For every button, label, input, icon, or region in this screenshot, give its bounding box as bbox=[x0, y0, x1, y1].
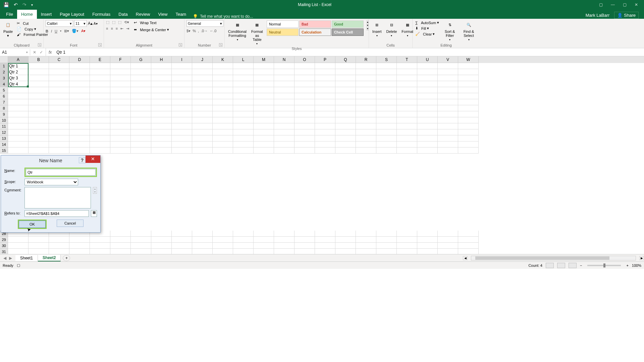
cell[interactable] bbox=[8, 93, 29, 99]
merge-center-button[interactable]: ⬌ Merge & Center ▾ bbox=[133, 27, 170, 32]
cell[interactable] bbox=[90, 135, 110, 141]
cell[interactable] bbox=[110, 117, 131, 123]
cell[interactable] bbox=[8, 99, 29, 105]
ok-button[interactable]: OK bbox=[19, 221, 46, 228]
cell[interactable] bbox=[376, 93, 397, 99]
cell[interactable] bbox=[29, 87, 49, 93]
cell[interactable] bbox=[397, 111, 417, 117]
cell[interactable] bbox=[458, 243, 479, 249]
paste-button[interactable]: 📋 Paste ▾ bbox=[2, 20, 14, 38]
cell[interactable] bbox=[131, 129, 151, 135]
cell[interactable] bbox=[49, 123, 69, 129]
qat-customize-icon[interactable]: ▾ bbox=[31, 3, 33, 7]
cell[interactable] bbox=[335, 63, 356, 69]
cell[interactable] bbox=[172, 231, 192, 237]
cell[interactable]: Qtr 4 bbox=[8, 81, 29, 87]
cell[interactable] bbox=[417, 249, 438, 254]
cell[interactable] bbox=[335, 117, 356, 123]
cell[interactable] bbox=[8, 123, 29, 129]
cell[interactable] bbox=[69, 87, 90, 93]
cell[interactable] bbox=[110, 105, 131, 111]
cell[interactable] bbox=[213, 117, 233, 123]
cell[interactable] bbox=[213, 75, 233, 81]
cell[interactable] bbox=[151, 147, 172, 154]
cell[interactable] bbox=[49, 135, 69, 141]
cell[interactable] bbox=[397, 93, 417, 99]
cell[interactable] bbox=[356, 123, 376, 129]
cell[interactable] bbox=[172, 135, 192, 141]
cell[interactable] bbox=[69, 249, 90, 254]
tab-file[interactable]: File bbox=[2, 10, 17, 19]
cell[interactable] bbox=[233, 147, 254, 154]
cell[interactable] bbox=[131, 99, 151, 105]
cell[interactable] bbox=[438, 99, 458, 105]
cell[interactable] bbox=[274, 243, 294, 249]
number-format-combo[interactable]: General▾ bbox=[186, 20, 223, 27]
cell[interactable] bbox=[110, 249, 131, 254]
cell[interactable] bbox=[29, 99, 49, 105]
cell[interactable] bbox=[131, 243, 151, 249]
cell[interactable] bbox=[213, 105, 233, 111]
row-header[interactable]: 29 bbox=[0, 237, 8, 243]
cell[interactable] bbox=[49, 243, 69, 249]
dialog-launcher-icon[interactable]: ↘ bbox=[38, 43, 41, 47]
cell[interactable] bbox=[110, 141, 131, 147]
cell[interactable] bbox=[458, 111, 479, 117]
cell[interactable] bbox=[29, 129, 49, 135]
cell[interactable] bbox=[335, 249, 356, 254]
cell[interactable] bbox=[213, 123, 233, 129]
column-header[interactable]: Q bbox=[335, 56, 356, 63]
cell[interactable] bbox=[315, 129, 335, 135]
tab-team[interactable]: Team bbox=[171, 10, 190, 19]
user-name[interactable]: Mark LaBarr bbox=[586, 13, 610, 18]
cell[interactable] bbox=[397, 81, 417, 87]
cell[interactable] bbox=[172, 147, 192, 154]
cell[interactable] bbox=[131, 117, 151, 123]
cell[interactable] bbox=[315, 111, 335, 117]
cell[interactable] bbox=[274, 111, 294, 117]
bold-button[interactable]: B bbox=[46, 29, 48, 33]
delete-cells-button[interactable]: ⊟Delete▾ bbox=[385, 20, 398, 38]
orientation-icon[interactable]: ⟲▾ bbox=[124, 20, 129, 24]
cell[interactable] bbox=[233, 111, 254, 117]
cell[interactable] bbox=[458, 147, 479, 154]
cell[interactable] bbox=[438, 105, 458, 111]
cell[interactable] bbox=[254, 123, 274, 129]
cell[interactable] bbox=[151, 93, 172, 99]
cell[interactable] bbox=[69, 123, 90, 129]
cell[interactable] bbox=[315, 231, 335, 237]
fill-button[interactable]: ⬇ Fill ▾ bbox=[415, 26, 440, 31]
cell[interactable] bbox=[8, 141, 29, 147]
cell[interactable] bbox=[438, 249, 458, 254]
cell[interactable] bbox=[233, 93, 254, 99]
cell[interactable] bbox=[458, 231, 479, 237]
cell[interactable] bbox=[254, 249, 274, 254]
cancel-button[interactable]: Cancel bbox=[57, 220, 84, 227]
page-layout-view-button[interactable] bbox=[557, 263, 565, 268]
cell[interactable] bbox=[254, 105, 274, 111]
cell[interactable] bbox=[110, 75, 131, 81]
cell[interactable] bbox=[254, 141, 274, 147]
row-header[interactable]: 30 bbox=[0, 243, 8, 249]
cell[interactable] bbox=[131, 135, 151, 141]
cell[interactable] bbox=[49, 105, 69, 111]
cell[interactable] bbox=[315, 93, 335, 99]
cell[interactable] bbox=[8, 249, 29, 254]
cell[interactable] bbox=[356, 117, 376, 123]
cell[interactable] bbox=[29, 123, 49, 129]
cell[interactable] bbox=[458, 99, 479, 105]
cell[interactable] bbox=[69, 237, 90, 243]
cell[interactable] bbox=[213, 81, 233, 87]
cell[interactable] bbox=[110, 69, 131, 75]
tab-data[interactable]: Data bbox=[114, 10, 131, 19]
cell[interactable] bbox=[151, 135, 172, 141]
cell[interactable] bbox=[335, 75, 356, 81]
column-header[interactable]: V bbox=[438, 56, 458, 63]
cell[interactable]: Qtr 3 bbox=[8, 75, 29, 81]
cell[interactable] bbox=[49, 69, 69, 75]
cell[interactable] bbox=[356, 69, 376, 75]
cell[interactable] bbox=[90, 69, 110, 75]
cell[interactable] bbox=[151, 141, 172, 147]
macro-record-icon[interactable]: ▢ bbox=[17, 263, 20, 267]
cell[interactable] bbox=[233, 63, 254, 69]
